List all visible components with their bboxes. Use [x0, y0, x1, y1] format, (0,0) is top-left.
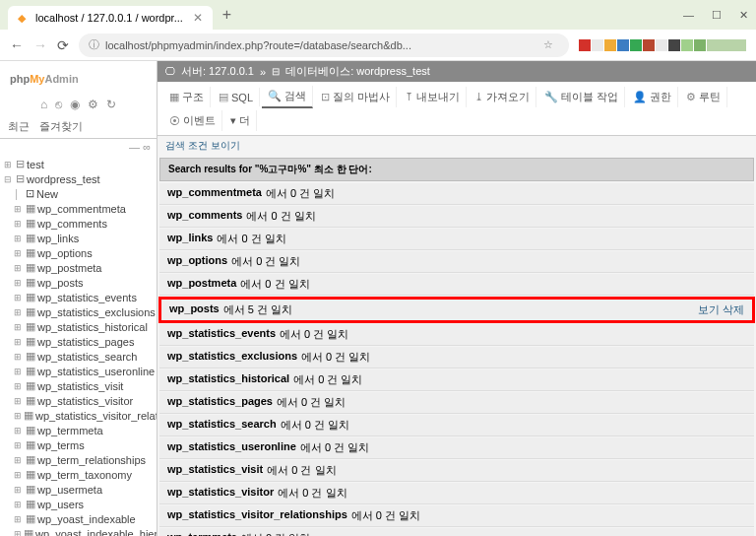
tree-table[interactable]: ⊞▦wp_yoast_indexable_hierarc [0, 526, 157, 536]
breadcrumb: 🖵 서버: 127.0.0.1 » ⊟ 데이터베이스: wordpress_te… [158, 61, 756, 82]
tree-table[interactable]: ⊞▦wp_options [0, 245, 157, 260]
tab-favorites[interactable]: 즐겨찾기 [39, 119, 83, 134]
close-icon[interactable]: ✕ [193, 11, 203, 25]
result-row: wp_statistics_exclusions 에서 0 건 일치 [159, 347, 754, 368]
new-tab-button[interactable]: + [222, 6, 231, 24]
tab-recent[interactable]: 최근 [8, 119, 30, 134]
sidebar: phpMyAdmin ⌂ ⎋ ◉ ⚙ ↻ 최근 즐겨찾기 — ∞ ⊞⊟test … [0, 61, 158, 536]
server-icon: 🖵 [165, 66, 175, 77]
sidebar-tabs: 최근 즐겨찾기 [0, 115, 157, 139]
row-actions[interactable]: 보기 삭제 [698, 302, 744, 317]
result-row: wp_statistics_visit 에서 0 건 일치 [159, 460, 754, 482]
result-row: wp_options 에서 0 건 일치 [159, 251, 754, 273]
tab-sql[interactable]: ▤SQL [213, 88, 260, 106]
close-window-button[interactable]: ✕ [739, 9, 748, 22]
reload-button[interactable]: ⟳ [57, 37, 69, 53]
tree-table[interactable]: ⊞▦wp_term_relationships [0, 452, 157, 467]
sidebar-quick-icons: ⌂ ⎋ ◉ ⚙ ↻ [0, 94, 157, 115]
result-row: wp_statistics_visitor_relationships 에서 0… [159, 505, 754, 527]
url-bar[interactable]: ⓘ localhost/phpmyadmin/index.php?route=/… [79, 34, 569, 57]
tab-operations[interactable]: 🔧테이블 작업 [538, 87, 625, 107]
tree-table[interactable]: ⊞▦wp_statistics_visitor [0, 393, 157, 408]
nav-tree: ⊞⊟test ⊟⊟wordpress_test │⊡New ⊞▦wp_comme… [0, 155, 157, 536]
result-row: wp_statistics_visitor 에서 0 건 일치 [159, 483, 754, 504]
top-toolbar: ▦구조 ▤SQL 🔍검색 ⊡질의 마법사 ⤒내보내기 ⤓가져오기 🔧테이블 작업… [158, 82, 756, 136]
tree-table[interactable]: ⊞▦wp_termmeta [0, 423, 157, 437]
tab-routines[interactable]: ⚙루틴 [680, 87, 727, 107]
logout-icon[interactable]: ⎋ [55, 98, 62, 111]
forward-button[interactable]: → [33, 37, 47, 53]
tree-table[interactable]: ⊞▦wp_statistics_exclusions [0, 304, 157, 319]
minimize-button[interactable]: — [683, 9, 694, 22]
tree-table[interactable]: ⊞▦wp_statistics_useronline [0, 364, 157, 378]
docs-icon[interactable]: ◉ [70, 98, 80, 111]
collapse-toggle[interactable]: — ∞ [0, 139, 157, 155]
show-criteria-link[interactable]: 검색 조건 보이기 [158, 136, 756, 156]
pma-logo: phpMyAdmin [0, 61, 157, 94]
breadcrumb-server[interactable]: 서버: 127.0.0.1 [181, 64, 254, 79]
tree-table[interactable]: ⊞▦wp_comments [0, 216, 157, 231]
tree-table[interactable]: ⊞▦wp_statistics_historical [0, 319, 157, 334]
tree-table[interactable]: ⊞▦wp_statistics_pages [0, 334, 157, 349]
results-header: Search results for "%고구마%" 최소 한 단어: [159, 158, 754, 181]
database-icon: ⊟ [272, 66, 280, 77]
tab-title: localhost / 127.0.0.1 / wordpr... [35, 12, 183, 24]
tree-table[interactable]: ⊞▦wp_statistics_events [0, 290, 157, 304]
tab-structure[interactable]: ▦구조 [163, 87, 211, 107]
refresh-icon[interactable]: ↻ [106, 98, 116, 111]
result-row: wp_statistics_useronline 에서 0 건 일치 [159, 437, 754, 459]
tab-events[interactable]: ⦿이벤트 [163, 110, 222, 131]
back-button[interactable]: ← [10, 37, 24, 53]
tree-table[interactable]: ⊞▦wp_statistics_visitor_relatio [0, 408, 157, 423]
info-icon: ⓘ [89, 37, 99, 52]
tree-table[interactable]: ⊞▦wp_yoast_indexable [0, 511, 157, 526]
tab-export[interactable]: ⤒내보내기 [399, 87, 467, 107]
window-controls: — ☐ ✕ [683, 9, 748, 22]
tab-more[interactable]: ▾더 [224, 110, 257, 131]
tab-privileges[interactable]: 👤권한 [627, 87, 678, 107]
tree-table[interactable]: ⊞▦wp_usermeta [0, 482, 157, 497]
result-row: wp_commentmeta 에서 0 건 일치 [159, 183, 754, 205]
maximize-button[interactable]: ☐ [712, 9, 722, 22]
tree-table[interactable]: ⊞▦wp_users [0, 497, 157, 511]
tab-query[interactable]: ⊡질의 마법사 [315, 87, 397, 107]
result-row: wp_statistics_pages 에서 0 건 일치 [159, 392, 754, 414]
browser-tab[interactable]: ◆ localhost / 127.0.0.1 / wordpr... ✕ [8, 6, 213, 30]
tab-search[interactable]: 🔍검색 [262, 86, 313, 108]
result-row: wp_statistics_events 에서 0 건 일치 [159, 324, 754, 346]
result-row: wp_links 에서 0 건 일치 [159, 229, 754, 250]
tree-new[interactable]: │⊡New [0, 186, 157, 201]
bookmark-icon[interactable]: ☆ [543, 38, 553, 51]
browser-nav-bar: ← → ⟳ ⓘ localhost/phpmyadmin/index.php?r… [0, 30, 756, 61]
tab-import[interactable]: ⤓가져오기 [469, 87, 536, 107]
tree-table[interactable]: ⊞▦wp_statistics_visit [0, 378, 157, 393]
tree-db-wordpress[interactable]: ⊟⊟wordpress_test [0, 171, 157, 186]
result-row: wp_termmeta 에서 0 건 일치 [159, 528, 754, 536]
result-row: wp_statistics_search 에서 0 건 일치 [159, 415, 754, 436]
tree-table[interactable]: ⊞▦wp_posts [0, 275, 157, 290]
tree-table[interactable]: ⊞▦wp_statistics_search [0, 349, 157, 364]
tree-db-test[interactable]: ⊞⊟test [0, 157, 157, 171]
tree-table[interactable]: ⊞▦wp_terms [0, 437, 157, 452]
result-row: wp_postmeta 에서 0 건 일치 [159, 274, 754, 296]
main-content: 🖵 서버: 127.0.0.1 » ⊟ 데이터베이스: wordpress_te… [158, 61, 756, 536]
pma-favicon: ◆ [18, 12, 30, 24]
result-row: wp_comments 에서 0 건 일치 [159, 206, 754, 228]
search-results: Search results for "%고구마%" 최소 한 단어: wp_c… [158, 158, 756, 536]
settings-icon[interactable]: ⚙ [88, 98, 98, 111]
breadcrumb-db[interactable]: 데이터베이스: wordpress_test [285, 64, 430, 79]
url-text: localhost/phpmyadmin/index.php?route=/da… [105, 39, 411, 51]
extension-icons [579, 39, 746, 51]
tree-table[interactable]: ⊞▦wp_links [0, 231, 157, 245]
result-row: wp_posts 에서 5 건 일치보기 삭제 [158, 297, 755, 323]
tree-table[interactable]: ⊞▦wp_commentmeta [0, 201, 157, 216]
browser-tab-bar: ◆ localhost / 127.0.0.1 / wordpr... ✕ + … [0, 0, 756, 30]
tree-table[interactable]: ⊞▦wp_postmeta [0, 260, 157, 275]
home-icon[interactable]: ⌂ [40, 98, 47, 111]
result-row: wp_statistics_historical 에서 0 건 일치 [159, 369, 754, 391]
tree-table[interactable]: ⊞▦wp_term_taxonomy [0, 467, 157, 482]
